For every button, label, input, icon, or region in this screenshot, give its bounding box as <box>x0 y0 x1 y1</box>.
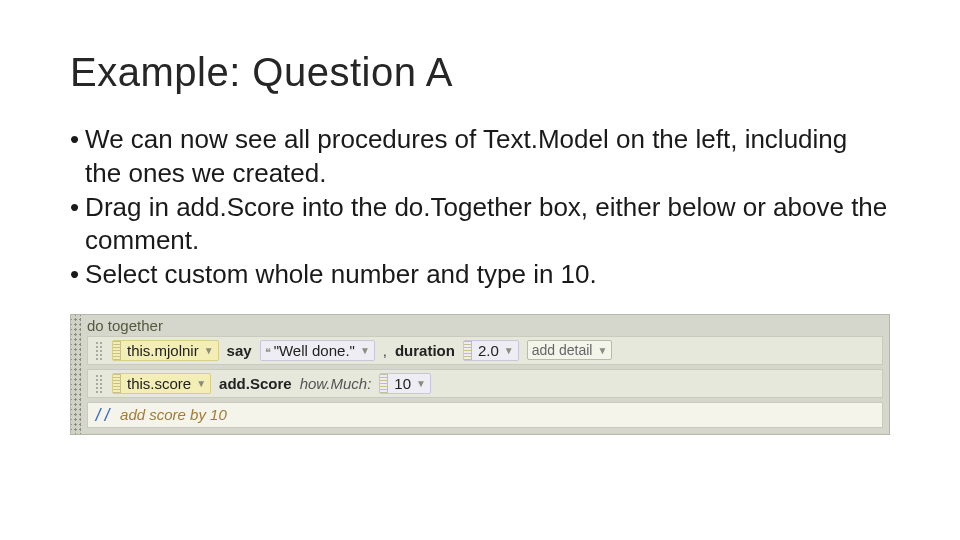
dropdown-icon[interactable]: ▼ <box>360 345 370 356</box>
comma-sep: , <box>383 342 387 359</box>
do-together-block[interactable]: do together this.mjolnir ▼ say "Well don… <box>70 314 890 435</box>
method-name: add.Score <box>219 375 292 392</box>
stripes-icon <box>464 341 472 360</box>
string-arg-text: "Well done." <box>274 342 355 359</box>
code-block: do together this.mjolnir ▼ say "Well don… <box>70 314 890 435</box>
target-pill[interactable]: this.mjolnir ▼ <box>112 340 219 361</box>
stripes-icon <box>380 374 388 393</box>
add-detail-text: add detail <box>532 342 593 358</box>
param-value-pill[interactable]: 10 ▼ <box>379 373 431 394</box>
bullet-text: Drag in add.Score into the do.Together b… <box>85 191 890 259</box>
duration-pill[interactable]: 2.0 ▼ <box>463 340 519 361</box>
duration-label: duration <box>395 342 455 359</box>
bullet-dot-icon: • <box>70 123 79 191</box>
code-row-addscore[interactable]: this.score ▼ add.Score how.Much: 10 ▼ <box>87 369 883 398</box>
duration-value: 2.0 <box>478 342 499 359</box>
drag-grip-icon[interactable] <box>94 340 104 361</box>
dropdown-icon[interactable]: ▼ <box>504 345 514 356</box>
slide-title: Example: Question A <box>70 50 890 95</box>
dropdown-icon[interactable]: ▼ <box>196 378 206 389</box>
dropdown-icon[interactable]: ▼ <box>204 345 214 356</box>
stripes-icon <box>113 374 121 393</box>
param-label: how.Much: <box>300 375 372 392</box>
bullet-dot-icon: • <box>70 191 79 259</box>
string-arg-pill[interactable]: "Well done." ▼ <box>260 340 375 361</box>
dropdown-icon[interactable]: ▼ <box>597 345 607 356</box>
code-row-comment[interactable]: // add score by 10 <box>87 402 883 428</box>
drag-grip-icon[interactable] <box>94 373 104 394</box>
bullet-item: • We can now see all procedures of Text.… <box>70 123 890 191</box>
target-pill[interactable]: this.score ▼ <box>112 373 211 394</box>
comment-slashes: // <box>94 406 112 424</box>
add-detail-pill[interactable]: add detail ▼ <box>527 340 613 360</box>
code-row-say[interactable]: this.mjolnir ▼ say "Well done." ▼ , dura… <box>87 336 883 365</box>
dropdown-icon[interactable]: ▼ <box>416 378 426 389</box>
bullet-dot-icon: • <box>70 258 79 292</box>
bullet-text: We can now see all procedures of Text.Mo… <box>85 123 890 191</box>
do-together-label: do together <box>71 315 889 336</box>
quote-icon <box>265 342 271 359</box>
drag-handle-icon[interactable] <box>71 315 81 434</box>
stripes-icon <box>113 341 121 360</box>
comment-text: add score by 10 <box>120 406 227 423</box>
bullet-list: • We can now see all procedures of Text.… <box>70 123 890 292</box>
bullet-item: • Select custom whole number and type in… <box>70 258 890 292</box>
bullet-text: Select custom whole number and type in 1… <box>85 258 890 292</box>
bullet-item: • Drag in add.Score into the do.Together… <box>70 191 890 259</box>
method-name: say <box>227 342 252 359</box>
target-text: this.score <box>127 375 191 392</box>
param-value: 10 <box>394 375 411 392</box>
target-text: this.mjolnir <box>127 342 199 359</box>
